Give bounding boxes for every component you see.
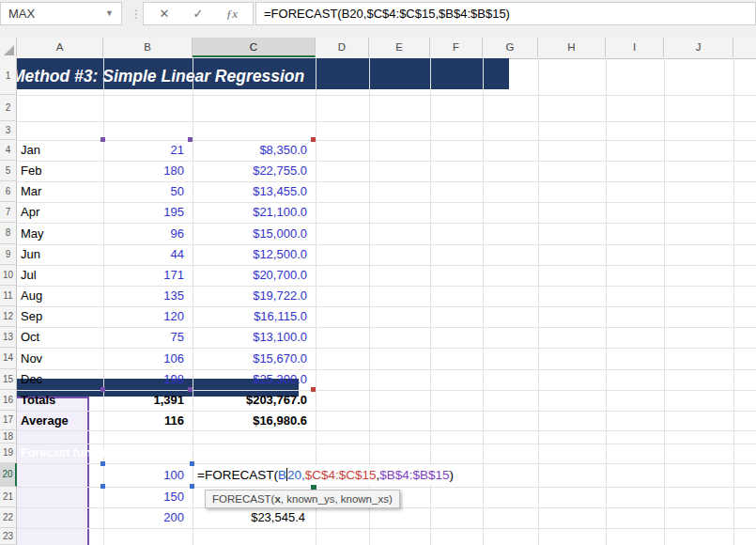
row-header-23[interactable]: 23 [0, 528, 17, 545]
select-all-corner[interactable] [0, 38, 17, 57]
cell-average-revenue[interactable]: $16,980.6 [193, 411, 307, 430]
col-header-F[interactable]: F [430, 38, 483, 57]
name-box-dropdown-icon[interactable]: ▼ [105, 3, 114, 24]
insert-function-icon[interactable]: ƒx [215, 3, 249, 24]
row-header-21[interactable]: 21 [0, 487, 17, 507]
cell-totals-ads[interactable]: 1,391 [103, 390, 184, 411]
cell-month[interactable]: Jan [21, 140, 99, 161]
cell-radio-ads[interactable]: 120 [103, 306, 184, 327]
cell-radio-ads[interactable]: 50 [103, 181, 184, 202]
forecast-header-label[interactable]: Forecast function [21, 444, 311, 463]
row-header-13[interactable]: 13 [0, 327, 17, 348]
cell-month[interactable]: Dec [21, 369, 99, 390]
cell-revenue[interactable]: $13,100.0 [193, 327, 307, 348]
col-header-D[interactable]: D [316, 38, 369, 57]
row-header-16[interactable]: 16 [0, 390, 17, 411]
selection-handle[interactable] [190, 461, 194, 466]
selection-handle[interactable] [100, 484, 105, 489]
cell-revenue[interactable]: $12,500.0 [193, 244, 307, 265]
cell-average-ads[interactable]: 116 [103, 411, 184, 430]
cell-revenue[interactable]: $22,755.0 [193, 161, 307, 181]
col-header-H[interactable]: H [538, 38, 606, 57]
row-header-12[interactable]: 12 [0, 306, 17, 327]
col-header-J[interactable]: J [664, 38, 733, 57]
cell-revenue[interactable]: $15,670.0 [193, 348, 307, 369]
cell-revenue[interactable]: $16,115.0 [193, 306, 307, 327]
cell-revenue[interactable]: $21,100.0 [193, 202, 307, 223]
col-header-G[interactable]: G [483, 38, 538, 57]
range-handle[interactable] [188, 387, 193, 392]
range-handle[interactable] [100, 387, 105, 392]
row-header-5[interactable]: 5 [0, 161, 17, 181]
row-header-2[interactable]: 2 [0, 95, 17, 121]
cell-radio-ads[interactable]: 195 [103, 202, 184, 223]
sheet-grid[interactable]: 1234567891011121314151617181920212223Met… [0, 58, 756, 545]
cell-c20-formula[interactable]: =FORECAST(B20,$C$4:$C$15,$B$4:$B$15) [197, 465, 457, 485]
row-header-20[interactable]: 20 [0, 463, 17, 487]
table-header-revenue[interactable]: Revenue [193, 121, 307, 140]
col-header-B[interactable]: B [103, 38, 193, 57]
cell-b21[interactable]: 150 [103, 487, 184, 507]
cell-radio-ads[interactable]: 44 [103, 244, 184, 265]
cell-radio-ads[interactable]: 135 [103, 286, 184, 306]
cell-b22[interactable]: 200 [103, 507, 184, 528]
row-header-11[interactable]: 11 [0, 286, 17, 306]
range-handle[interactable] [311, 137, 316, 142]
cell-totals-revenue[interactable]: $203,767.0 [193, 390, 307, 411]
row-header-10[interactable]: 10 [0, 265, 17, 286]
selection-handle[interactable] [100, 461, 105, 466]
range-handle[interactable] [188, 137, 193, 142]
cell-month[interactable]: Oct [21, 327, 99, 348]
row-header-3[interactable]: 3 [0, 121, 17, 140]
cell-month[interactable]: May [21, 223, 99, 244]
row-header-17[interactable]: 17 [0, 411, 17, 430]
cell-month[interactable]: Aug [21, 286, 99, 306]
cell-radio-ads[interactable]: 21 [103, 140, 184, 161]
cell-c22-result[interactable]: $23,545.4 [193, 507, 305, 528]
cell-radio-ads[interactable]: 171 [103, 265, 184, 286]
table-header-data[interactable]: Data [21, 121, 99, 140]
cell-month[interactable]: Nov [21, 348, 99, 369]
col-header-A[interactable]: A [17, 38, 103, 57]
cell-revenue[interactable]: $19,722.0 [193, 286, 307, 306]
row-header-15[interactable]: 15 [0, 369, 17, 390]
cell-radio-ads[interactable]: 96 [103, 223, 184, 244]
cell-radio-ads[interactable]: 198 [103, 369, 184, 390]
cell-average-label[interactable]: Average [21, 411, 99, 430]
cell-revenue[interactable]: $8,350.0 [193, 140, 307, 161]
range-handle[interactable] [311, 387, 316, 392]
cell-revenue[interactable]: $13,455.0 [193, 181, 307, 202]
row-header-22[interactable]: 22 [0, 507, 17, 528]
cell-month[interactable]: Apr [21, 202, 99, 223]
row-header-14[interactable]: 14 [0, 348, 17, 369]
row-header-18[interactable]: 18 [0, 430, 17, 444]
cell-radio-ads[interactable]: 75 [103, 327, 184, 348]
cell-month[interactable]: Mar [21, 181, 99, 202]
cell-revenue[interactable]: $15,000.0 [193, 223, 307, 244]
cell-revenue[interactable]: $25,300.0 [193, 369, 307, 390]
table-header-radio-ads[interactable]: Radio ads [103, 121, 184, 140]
enter-icon[interactable]: ✓ [181, 3, 215, 24]
cell-totals-label[interactable]: Totals [21, 390, 99, 411]
col-header-C[interactable]: C [193, 38, 316, 57]
row-header-9[interactable]: 9 [0, 244, 17, 265]
cell-revenue[interactable]: $20,700.0 [193, 265, 307, 286]
formula-bar-grip-icon[interactable]: ⋮ [131, 6, 138, 23]
row-header-6[interactable]: 6 [0, 181, 17, 202]
cell-radio-ads[interactable]: 180 [103, 161, 184, 181]
cell-month[interactable]: Jul [21, 265, 99, 286]
cell-month[interactable]: Sep [21, 306, 99, 327]
formula-bar-input[interactable]: =FORECAST(B20,$C$4:$C$15,$B$4:$B$15) [255, 2, 756, 25]
cell-month[interactable]: Jun [21, 244, 99, 265]
selection-handle[interactable] [190, 484, 194, 489]
col-header-E[interactable]: E [369, 38, 430, 57]
row-header-1[interactable]: 1 [0, 58, 17, 95]
row-header-7[interactable]: 7 [0, 202, 17, 223]
cell-radio-ads[interactable]: 106 [103, 348, 184, 369]
row-header-8[interactable]: 8 [0, 223, 17, 244]
cancel-icon[interactable]: ✕ [147, 3, 181, 24]
cell-b20[interactable]: 100 [103, 463, 184, 487]
row-header-4[interactable]: 4 [0, 140, 17, 161]
col-header-I[interactable]: I [606, 38, 664, 57]
row-header-19[interactable]: 19 [0, 444, 17, 463]
